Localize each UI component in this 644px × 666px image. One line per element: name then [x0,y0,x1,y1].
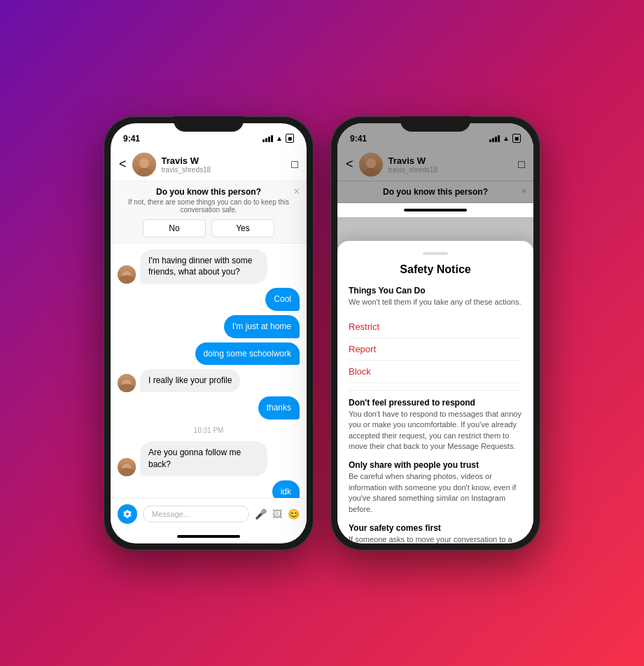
things-you-can-do-section: Things You Can Do We won't tell them if … [349,286,522,307]
report-action[interactable]: Report [349,338,522,361]
section3-text: Be careful when sharing photos, videos o… [349,471,522,515]
message-row: I really like your profile [118,369,300,392]
message-row: I'm having dinner with some friends, wha… [118,249,300,284]
bubble-sent: idk [272,480,300,498]
safety-buttons: No Yes [120,219,297,237]
message-row: Are you gonna follow me back? [118,441,300,476]
back-button-left[interactable]: < [119,157,127,172]
avatar-msg [118,374,136,392]
left-phone: 9:41 ▲ ■ < Travis W travis_shreds18 [104,116,314,550]
home-bar-right [337,203,533,217]
bubble-received: Are you gonna follow me back? [140,441,267,476]
no-button[interactable]: No [143,219,206,237]
section2-title: Don't feel pressured to respond [349,398,522,408]
no-pressure-section: Don't feel pressured to respond You don'… [349,398,522,452]
banner-title: Do you know this person? [120,187,297,197]
bubble-received: I really like your profile [140,369,240,392]
message-row: I'm just at home [118,315,300,338]
message-row: thanks [118,396,300,419]
section-divider [349,390,522,391]
chat-area-left: I'm having dinner with some friends, wha… [111,244,307,498]
battery-icon: ■ [286,134,294,143]
bubble-received: I'm having dinner with some friends, wha… [140,249,267,284]
banner-text: If not, there are some things you can do… [120,198,297,214]
avatar-msg [118,265,136,284]
yes-button[interactable]: Yes [211,219,274,237]
section1-title: Things You Can Do [349,286,522,296]
avatar-msg [118,458,136,476]
right-phone: 9:41 ▲ ■ < Travis W travis_shreds18 [330,116,540,550]
home-bar-line [177,535,240,538]
sticker-icon[interactable]: 😊 [288,508,300,520]
section1-text: We won't tell them if you take any of th… [349,297,522,307]
sheet-title: Safety Notice [349,263,522,276]
avatar-left [132,153,156,176]
close-banner-button[interactable]: × [294,186,300,197]
bubble-sent: I'm just at home [224,315,300,338]
only-share-section: Only share with people you trust Be care… [349,460,522,515]
time-left: 9:41 [123,134,140,144]
signal-icon [262,135,273,142]
bubble-sent: Cool [265,288,300,311]
section4-text: If someone asks to move your conversatio… [349,534,522,543]
safety-sheet: Safety Notice Things You Can Do We won't… [337,241,533,543]
camera-button[interactable] [118,504,137,524]
input-placeholder: Message... [152,510,190,518]
notch-right [400,116,470,132]
restrict-action[interactable]: Restrict [349,316,522,338]
timestamp: 10:31 PM [118,426,300,434]
section2-text: You don't have to respond to messages th… [349,409,522,452]
gallery-icon[interactable]: 🖼 [272,508,282,520]
sheet-handle [423,252,448,255]
message-input[interactable]: Message... [143,506,249,522]
video-call-icon[interactable]: □ [291,158,298,171]
safety-first-section: Your safety comes first If someone asks … [349,523,522,543]
message-row: Cool [118,288,300,311]
mic-icon[interactable]: 🎤 [255,508,267,520]
input-area-left: Message... 🎤 🖼 😊 [111,498,307,529]
wifi-icon: ▲ [276,134,283,142]
bubble-sent: thanks [258,396,300,419]
bubble-sent: doing some schoolwork [195,342,300,366]
block-action[interactable]: Block [349,361,522,383]
message-row: idk [118,480,300,498]
nav-header-left: < Travis W travis_shreds18 □ [111,148,307,181]
status-icons-left: ▲ ■ [262,134,294,143]
contact-info-left: Travis W travis_shreds18 [162,155,286,174]
safety-banner: × Do you know this person? If not, there… [111,181,307,244]
home-bar [111,529,307,543]
notch [174,116,244,132]
contact-handle-left: travis_shreds18 [162,166,286,174]
contact-name-left: Travis W [162,155,286,166]
section4-title: Your safety comes first [349,523,522,533]
message-row: doing some schoolwork [118,342,300,366]
section3-title: Only share with people you trust [349,460,522,470]
home-bar-line-right [404,209,467,211]
input-icons: 🎤 🖼 😊 [255,508,300,520]
